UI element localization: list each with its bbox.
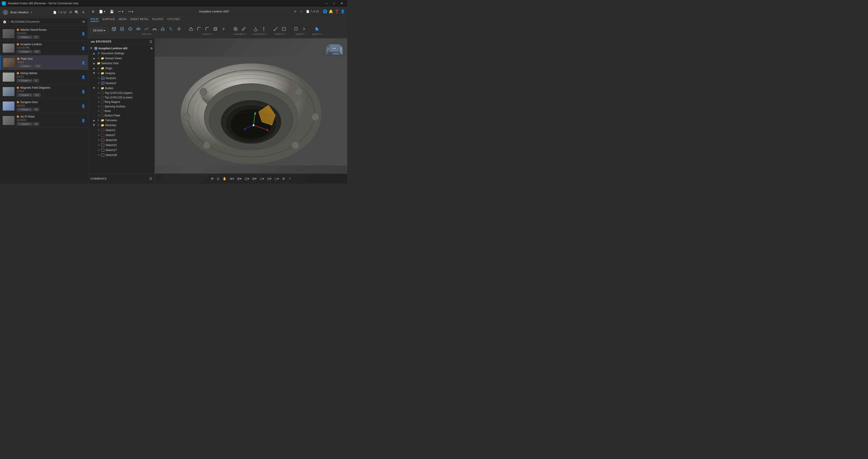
tree-item-sketch1[interactable]: 👁 Sketch1 [88, 128, 155, 133]
tree-eye-base[interactable]: 👁 [98, 110, 100, 112]
tree-item-section2[interactable]: 👁 Section2 [88, 81, 155, 86]
tree-item-top-lower[interactable]: 👁 Top (1/4X1/16) (Lower) [88, 95, 155, 100]
tree-eye-canvases[interactable]: 👁 [97, 119, 100, 122]
design-dropdown-button[interactable]: DESIGN ▾ [90, 28, 108, 33]
version-magnetic[interactable]: V16 [33, 93, 40, 97]
doc-item-dungeon[interactable]: Dungeon Door 6/28/23 ✎ Editable ▾ V4 👤 [0, 99, 88, 113]
tree-checkbox-base[interactable] [101, 110, 104, 112]
create-pipe-button[interactable] [151, 26, 158, 32]
editable-badge-levitron[interactable]: ✎ Editable ▾ [17, 50, 32, 53]
tree-item-origin[interactable]: ▶ 👁 📁 Origin [88, 66, 155, 71]
tree-eye-root[interactable]: ⚙ [150, 47, 153, 50]
search-button[interactable]: 🔍 [74, 10, 80, 15]
tree-item-sketch21[interactable]: 👁 Sketch21 [88, 143, 155, 148]
modify-fillet-button[interactable] [195, 26, 203, 32]
editable-badge-magnetic[interactable]: ✎ Editable ▾ [17, 93, 32, 97]
modify-shell-button[interactable] [212, 26, 219, 32]
tree-item-bodies[interactable]: ▶ 👁 📁 Bodies [88, 86, 155, 91]
version-scifi[interactable]: V4 [33, 122, 39, 126]
insert-mcmaster-button[interactable] [300, 26, 308, 32]
doc-item-flare[interactable]: Flare Gun 7/5/23 ✎ Editable ▾ V151 👤 [0, 55, 88, 70]
tab-sheet-metal[interactable]: SHEET METAL [130, 17, 149, 22]
assemble-new-component-button[interactable] [232, 26, 239, 32]
create-extrude-button[interactable] [159, 26, 166, 32]
create-cylinder-button[interactable] [118, 26, 126, 32]
tree-root[interactable]: ▶ Inception Levitron v63 ⚙ [88, 46, 155, 51]
close-button[interactable]: ✕ [338, 1, 345, 6]
comments-menu-button[interactable]: ☰ [149, 177, 152, 180]
tree-item-sketch20[interactable]: 👁 Sketch20 [88, 138, 155, 143]
globe-button[interactable]: 🌐 [323, 9, 327, 13]
tree-eye-sketch1[interactable]: 👁 [98, 129, 100, 131]
doc-item-levitron[interactable]: Inception Levitron 5:23:42 PM ✎ Editable… [0, 41, 88, 55]
tree-eye-bottom-plate[interactable]: 👁 [98, 114, 100, 117]
tree-eye-named-views[interactable]: 👁 [97, 57, 100, 60]
version-levitron[interactable]: V63 [33, 50, 40, 53]
tree-item-bottom-plate[interactable]: 👁 Bottom Plate [88, 113, 155, 118]
vp-fit-button[interactable]: ⊞▾ [236, 176, 243, 181]
close-panel-button[interactable]: ✕ [81, 10, 85, 15]
tree-item-base[interactable]: 👁 Base [88, 109, 155, 113]
file-button[interactable]: 📄 ▾ [98, 9, 107, 14]
vp-add-button[interactable]: ＋ [287, 176, 292, 181]
tree-item-ring-magnet[interactable]: 👁 Ring Magnet [88, 100, 155, 104]
refresh-button[interactable]: ↺ [68, 10, 72, 15]
add-tab-button[interactable]: ＋ [298, 9, 304, 14]
account-button[interactable]: 👤 [340, 9, 345, 13]
minimize-button[interactable]: ─ [323, 1, 330, 6]
modify-chamfer-button[interactable] [204, 26, 211, 32]
select-button[interactable] [313, 26, 321, 32]
tree-item-analysis[interactable]: ▶ 👁 📁 Analysis [88, 71, 155, 76]
tree-item-doc-settings[interactable]: ▶ ⚙ Document Settings [88, 51, 155, 56]
version-flare[interactable]: V151 [34, 64, 42, 68]
tree-eye-section2[interactable]: 👁 [98, 82, 100, 85]
tab-plastic[interactable]: PLASTIC [152, 17, 164, 22]
help-button[interactable]: ❓ [335, 9, 339, 13]
version-diving[interactable]: V1 [33, 79, 39, 82]
tree-item-selection-sets[interactable]: ▶ 📁 Selection Sets [88, 61, 155, 66]
tree-eye-sketch21[interactable]: 👁 [98, 144, 100, 147]
tree-item-spinning-surface[interactable]: 👁 Spinning Surface [88, 104, 155, 109]
home-icon[interactable]: 🏠 [3, 20, 6, 24]
breadcrumb-link[interactable]: My Editable Documents [11, 20, 39, 23]
user-chevron-icon[interactable]: ▾ [31, 11, 32, 13]
tree-eye-ring-magnet[interactable]: 👁 [98, 101, 100, 103]
close-tab-button[interactable]: ✕ [294, 10, 297, 13]
redo-button[interactable]: ↪ ▾ [127, 9, 134, 14]
modify-more-button[interactable] [220, 26, 227, 32]
editable-badge-dungeon[interactable]: ✎ Editable ▾ [17, 108, 32, 111]
viewport[interactable]: TOP LEFT R FRONT ✥ ⊡ ✋ ⊕▾ ⊞▾ [155, 38, 347, 184]
doc-item-magnetic[interactable]: Magnetic Field Diagrams 7/7/23 ✎ Editabl… [0, 84, 88, 99]
editable-badge-diving[interactable]: ✎ Editable ▾ [17, 79, 32, 82]
assemble-joint-button[interactable] [240, 26, 248, 32]
tree-item-sketch28[interactable]: 👁 Sketch28 [88, 153, 155, 158]
construct-axis-button[interactable] [260, 26, 268, 32]
tree-item-top-upper[interactable]: 👁 Top (1/4X1/16) (Upper) [88, 91, 155, 95]
tab-utilities[interactable]: UTILITIES [167, 17, 180, 22]
modify-press-pull-button[interactable] [187, 26, 195, 32]
vp-zoom-button[interactable]: ⊕▾ [228, 176, 235, 181]
tab-solid[interactable]: SOLID [90, 17, 98, 22]
version-witcher[interactable]: V7 [33, 35, 39, 39]
vp-display-mode-button[interactable]: ◫▾ [243, 176, 250, 181]
create-sphere-button[interactable] [126, 26, 134, 32]
nav-cube[interactable]: TOP LEFT R FRONT [324, 43, 343, 61]
vp-look-at-button[interactable]: ⊡ [216, 176, 221, 181]
tree-eye-bodies[interactable]: 👁 [97, 87, 100, 90]
tree-eye-analysis[interactable]: 👁 [97, 72, 100, 74]
tree-item-section1[interactable]: 👁 Section1 [88, 76, 155, 81]
tree-eye-sketches[interactable]: 👁 [97, 124, 100, 127]
tree-eye-sketch20[interactable]: 👁 [98, 139, 100, 142]
vp-settings-button[interactable]: ⚙ [281, 176, 286, 181]
vp-pan-button[interactable]: ✋ [221, 176, 228, 181]
panel-settings-icon[interactable]: ⚙ [82, 20, 85, 24]
vp-view-cube-button[interactable]: ◻▾ [258, 176, 265, 181]
maximize-button[interactable]: □ [331, 1, 337, 6]
insert-derived-button[interactable] [292, 26, 300, 32]
create-coil-button[interactable] [143, 26, 150, 32]
tree-item-canvases[interactable]: ▶ 👁 📁 Canvases [88, 118, 155, 123]
tree-item-named-views[interactable]: ▶ 👁 📁 Named Views [88, 56, 155, 61]
tree-eye-spinning-surface[interactable]: 👁 [98, 105, 100, 108]
inspect-measure-button[interactable] [272, 26, 280, 32]
create-box-button[interactable] [110, 26, 118, 32]
